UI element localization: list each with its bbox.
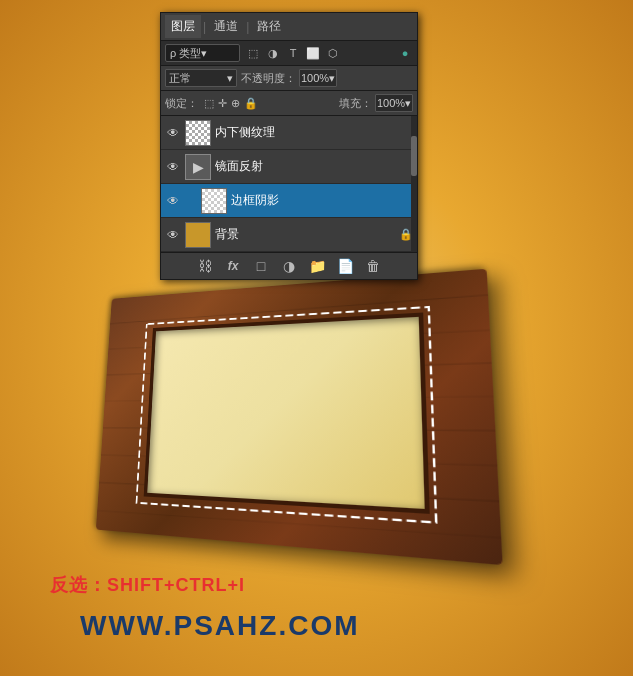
layer-name: 镜面反射: [215, 158, 413, 175]
frame-outer: [96, 269, 503, 565]
shortcut-text: 反选：SHIFT+CTRL+I: [50, 573, 245, 597]
panel-tab-bar: 图层 | 通道 | 路径: [161, 13, 417, 41]
website-text: WWW.PSAHZ.COM: [80, 610, 360, 642]
layer-name: 背景: [215, 226, 399, 243]
type-filter-icon[interactable]: T: [285, 45, 301, 61]
layer-visibility-toggle[interactable]: 👁: [165, 159, 181, 175]
filter-toggle[interactable]: ●: [397, 45, 413, 61]
tab-layers[interactable]: 图层: [165, 15, 201, 38]
layer-item[interactable]: 👁 背景 🔒: [161, 218, 417, 252]
panel-scrollbar[interactable]: [411, 116, 417, 252]
layer-thumbnail: ▶: [185, 154, 211, 180]
layer-thumbnail: [201, 188, 227, 214]
dropdown-arrow-icon: ▾: [201, 47, 207, 60]
opacity-input[interactable]: 100% ▾: [299, 69, 337, 87]
layer-name: 内下侧纹理: [215, 124, 413, 141]
layers-panel: « 图层 | 通道 | 路径 ρ 类型 ▾ ⬚ ◑ T ⬜ ⬡ ● 正常 ▾: [160, 12, 418, 280]
adjustment-filter-icon[interactable]: ◑: [265, 45, 281, 61]
lock-fill-bar: 锁定： ⬚ ✛ ⊕ 🔒 填充： 100% ▾: [161, 91, 417, 116]
filter-label: ρ 类型: [170, 46, 201, 61]
pixel-filter-icon[interactable]: ⬚: [245, 45, 261, 61]
wooden-frame-illustration: [60, 270, 490, 550]
smart-filter-icon[interactable]: ⬡: [325, 45, 341, 61]
lock-pixels-icon[interactable]: ⬚: [204, 97, 214, 110]
add-mask-button[interactable]: □: [251, 256, 271, 276]
lock-artboards-icon[interactable]: ⊕: [231, 97, 240, 110]
blend-mode-select[interactable]: 正常 ▾: [165, 69, 237, 87]
layer-thumbnail: [185, 222, 211, 248]
layer-visibility-toggle[interactable]: 👁: [165, 193, 181, 209]
filter-bar: ρ 类型 ▾ ⬚ ◑ T ⬜ ⬡ ●: [161, 41, 417, 66]
layer-item[interactable]: 👁 ▶ 镜面反射: [161, 150, 417, 184]
layers-list: 👁 内下侧纹理 👁 ▶ 镜面反射 👁 边框阴影 👁 背景 🔒: [161, 116, 417, 252]
shape-filter-icon[interactable]: ⬜: [305, 45, 321, 61]
scrollbar-thumb[interactable]: [411, 136, 417, 176]
new-group-button[interactable]: 📁: [307, 256, 327, 276]
tab-paths[interactable]: 路径: [251, 15, 287, 38]
fill-label: 填充：: [339, 96, 372, 111]
type-filter-select[interactable]: ρ 类型 ▾: [165, 44, 240, 62]
adjustment-button[interactable]: ◑: [279, 256, 299, 276]
lock-all-icon[interactable]: 🔒: [244, 97, 258, 110]
blend-mode-value: 正常: [169, 71, 191, 86]
tab-channels[interactable]: 通道: [208, 15, 244, 38]
blend-opacity-bar: 正常 ▾ 不透明度： 100% ▾: [161, 66, 417, 91]
blend-dropdown-icon: ▾: [227, 72, 233, 85]
fill-input[interactable]: 100% ▾: [375, 94, 413, 112]
layer-item[interactable]: 👁 边框阴影: [161, 184, 417, 218]
lock-icons-group: ⬚ ✛ ⊕ 🔒: [204, 97, 258, 110]
layer-filter-icons: ⬚ ◑ T ⬜ ⬡: [245, 45, 341, 61]
layer-thumbnail: [185, 120, 211, 146]
lock-label: 锁定：: [165, 96, 198, 111]
fx-button[interactable]: fx: [223, 256, 243, 276]
opacity-label: 不透明度：: [241, 71, 296, 86]
layer-item[interactable]: 👁 内下侧纹理: [161, 116, 417, 150]
layer-name: 边框阴影: [231, 192, 413, 209]
opacity-row: 不透明度： 100% ▾: [241, 69, 337, 87]
new-layer-button[interactable]: 📄: [335, 256, 355, 276]
layer-visibility-toggle[interactable]: 👁: [165, 125, 181, 141]
panel-bottom-toolbar: ⛓ fx □ ◑ 📁 📄 🗑: [161, 252, 417, 279]
layer-visibility-toggle[interactable]: 👁: [165, 227, 181, 243]
svg-rect-8: [136, 307, 436, 523]
lock-move-icon[interactable]: ✛: [218, 97, 227, 110]
fill-row: 填充： 100% ▾: [339, 94, 413, 112]
delete-layer-button[interactable]: 🗑: [363, 256, 383, 276]
link-layers-button[interactable]: ⛓: [195, 256, 215, 276]
